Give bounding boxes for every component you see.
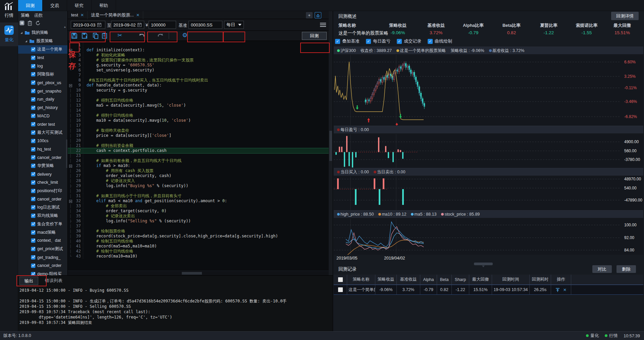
tab-output[interactable]: 输出 bbox=[19, 277, 38, 285]
menu-item-研究[interactable]: 研究 bbox=[67, 0, 92, 11]
tab-strategy[interactable]: 策略 bbox=[21, 12, 30, 18]
copy-icon[interactable] bbox=[93, 33, 99, 40]
undo-icon[interactable] bbox=[139, 33, 145, 40]
cut-icon[interactable]: ✂ bbox=[117, 32, 122, 39]
close-icon[interactable]: ✕ bbox=[136, 13, 140, 17]
run-backtest-button[interactable]: 回测 bbox=[302, 32, 327, 40]
tree-item-阿隆指标[interactable]: 阿隆指标 bbox=[18, 70, 67, 78]
backtest-detail-button[interactable]: 回测详情 bbox=[611, 12, 639, 20]
code-line: │41 record(ma5=ma5,ma10=ma10) bbox=[68, 244, 329, 249]
status-market[interactable]: 行情 bbox=[605, 333, 618, 339]
tree-folder[interactable]: 股票策略 bbox=[18, 37, 67, 45]
legend-item: 策略收益 : -9.06% bbox=[450, 48, 484, 54]
more-menu-icon[interactable] bbox=[320, 22, 326, 28]
tree-item-get_snapsho[interactable]: get_snapsho bbox=[18, 87, 67, 95]
trash-icon[interactable] bbox=[28, 20, 32, 27]
tree-item-华贯策略[interactable]: 华贯策略 bbox=[18, 162, 67, 170]
tree-item-check_limit[interactable]: check_limit bbox=[18, 178, 67, 187]
tree-item-MACD[interactable]: MACD bbox=[18, 112, 67, 120]
tab-error-list[interactable]: 错误列表 bbox=[40, 277, 67, 285]
collapse-panel-button[interactable] bbox=[315, 12, 321, 18]
capital-input[interactable]: 100000 bbox=[149, 21, 176, 29]
expander-icon[interactable] bbox=[20, 32, 22, 34]
tree-item-log[interactable]: log bbox=[18, 62, 67, 70]
frequency-select[interactable]: 每日 bbox=[224, 21, 244, 29]
metric-夏普比率: 夏普比率-1.22 bbox=[527, 22, 571, 35]
delete-row-icon[interactable]: ✕ bbox=[563, 287, 567, 292]
status-quant[interactable]: 量化 bbox=[586, 333, 599, 339]
menu-item-帮助[interactable]: 帮助 bbox=[92, 0, 116, 11]
rail-item-market[interactable]: 行情 bbox=[0, 0, 18, 18]
strategy-file-icon bbox=[31, 80, 36, 85]
save-all-icon[interactable] bbox=[82, 33, 88, 40]
new-tab-button[interactable]: + bbox=[306, 12, 313, 18]
redo-icon[interactable] bbox=[157, 33, 164, 40]
add-strategy-button[interactable] bbox=[19, 20, 24, 26]
editor-tab-strategy[interactable]: 这是一个简单的股票...✕ bbox=[88, 11, 143, 19]
start-date-input[interactable]: 2019-03-03 bbox=[71, 21, 105, 29]
tree-item-cancel_order[interactable]: cancel_order bbox=[18, 262, 67, 270]
tree-item-get_pbox_us[interactable]: get_pbox_us bbox=[18, 78, 67, 87]
tree-item-log日志测试[interactable]: log日志测试 bbox=[18, 203, 67, 212]
checkbox-checked-icon: ✓ bbox=[397, 39, 402, 44]
fold-toggle-icon[interactable] bbox=[69, 165, 72, 168]
tree-item-run_daily[interactable]: run_daily bbox=[18, 95, 67, 104]
rail-item-quant[interactable]: 量化 bbox=[0, 22, 18, 46]
select-all-checkbox[interactable] bbox=[338, 277, 343, 282]
checkbox-叠加基准[interactable]: ✓叠加基准 bbox=[335, 38, 360, 44]
tree-item-cancel_order[interactable]: cancel_order bbox=[18, 195, 67, 203]
menu-item-交易[interactable]: 交易 bbox=[43, 0, 67, 11]
green-dot-icon bbox=[605, 334, 607, 337]
tree-item-delivery[interactable]: delivery bbox=[18, 170, 67, 178]
code-area[interactable]: 12def initialize(context):│3 # 初始化此策略│4 … bbox=[68, 41, 329, 270]
table-row[interactable]: 这是一个简单的-9.06%3.72%-0.790.82-1.2215.51%19… bbox=[334, 285, 643, 295]
tree-item-macd策略[interactable]: macd策略 bbox=[18, 228, 67, 237]
legend-dot-icon bbox=[378, 213, 381, 216]
tree-item-get_trading_[interactable]: get_trading_ bbox=[18, 253, 67, 262]
menu-item-回测[interactable]: 回测 bbox=[18, 0, 43, 11]
end-date-input[interactable]: 2019-09-02 bbox=[111, 21, 144, 29]
tree-item-双均线策略[interactable]: 双均线策略 bbox=[18, 212, 67, 220]
strategy-file-icon bbox=[31, 163, 36, 168]
checkbox-成交记录[interactable]: ✓成交记录 bbox=[397, 38, 421, 44]
tree-item-demo-阳线买[interactable]: demo-阳线买 bbox=[18, 270, 67, 275]
editor-hscrollbar[interactable] bbox=[68, 271, 329, 275]
tree-item-cancel_order[interactable]: cancel_order bbox=[18, 153, 67, 162]
editor-tab-test[interactable]: test✕ bbox=[68, 11, 88, 19]
tree-item-最大可买测试[interactable]: 最大可买测试 bbox=[18, 128, 67, 137]
tree-item-context、dat[interactable]: context、dat bbox=[18, 236, 67, 245]
fold-toggle-icon[interactable] bbox=[69, 200, 72, 203]
refresh-icon[interactable] bbox=[35, 20, 41, 27]
checkbox-曲线绘制[interactable]: ✓曲线绘制 bbox=[428, 38, 452, 44]
editor-vscrollbar[interactable] bbox=[329, 11, 333, 275]
expander-icon[interactable] bbox=[25, 40, 27, 42]
legend-item: 当日卖出 : 0.00 bbox=[374, 169, 406, 175]
tree-item-positions打印[interactable]: positions打印 bbox=[18, 187, 67, 195]
row-checkbox[interactable] bbox=[338, 287, 343, 292]
tree-item-hq_test[interactable]: hq_test bbox=[18, 145, 67, 154]
paste-icon[interactable] bbox=[102, 33, 107, 40]
tree-root[interactable]: 我的策略 bbox=[18, 29, 67, 37]
save-icon[interactable] bbox=[71, 33, 77, 40]
tree-item-集合竞价下单[interactable]: 集合竞价下单 bbox=[18, 220, 67, 228]
fold-toggle-icon[interactable] bbox=[69, 84, 72, 87]
close-icon[interactable]: ✕ bbox=[80, 13, 84, 17]
tree-item-test[interactable]: test bbox=[18, 54, 67, 62]
rail-market-label: 行情 bbox=[0, 12, 18, 18]
export-icon[interactable] bbox=[555, 288, 560, 292]
strategy-file-icon bbox=[31, 205, 36, 210]
strategy-file-icon bbox=[31, 272, 36, 275]
tree-item-get_price测试[interactable]: get_price测试 bbox=[18, 245, 67, 253]
benchmark-input[interactable]: 000300.SS bbox=[189, 21, 222, 29]
compare-button[interactable]: 对比 bbox=[592, 265, 612, 273]
tree-item-get_history[interactable]: get_history bbox=[18, 104, 67, 112]
delete-button[interactable]: 删除 bbox=[616, 265, 636, 273]
tab-functions[interactable]: 函数 bbox=[34, 12, 43, 18]
legend-dot-icon bbox=[374, 171, 376, 173]
tree-item-100cs[interactable]: 100cs bbox=[18, 137, 67, 145]
legend-item: 收盘价 : 3889.27 bbox=[361, 48, 392, 54]
checkbox-每日盈亏[interactable]: ✓每日盈亏 bbox=[366, 38, 390, 44]
tree-item-order test[interactable]: order test bbox=[18, 120, 67, 128]
tree-item-这是一个简单[interactable]: 这是一个简单 bbox=[18, 45, 67, 54]
settings-gear-icon[interactable]: ⚙ bbox=[182, 32, 187, 39]
